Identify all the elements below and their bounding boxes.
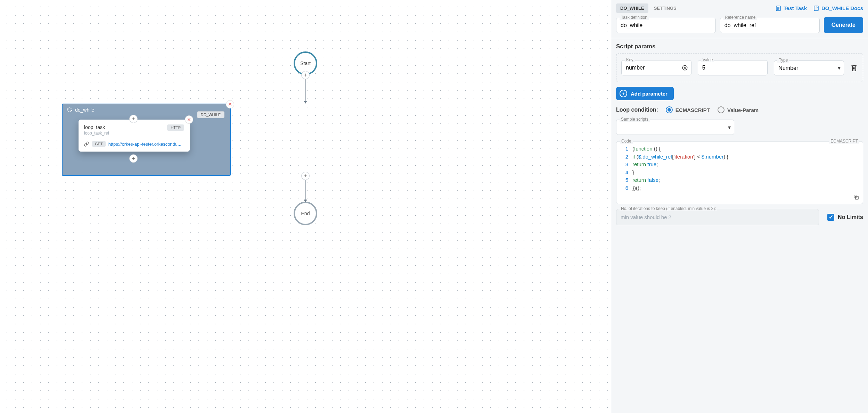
radio-ecmascript[interactable]: ECMASCRIPT <box>666 106 710 113</box>
tab-do-while[interactable]: DO_WHILE <box>616 3 648 13</box>
line-number: 4 <box>621 169 628 177</box>
line-number: 5 <box>621 176 628 184</box>
line-number: 2 <box>621 153 628 161</box>
task-def-label: Task definition <box>620 15 649 20</box>
code-text: return true; <box>632 161 658 169</box>
add-task-button[interactable]: + <box>301 172 310 180</box>
param-key-label: Key <box>625 57 635 62</box>
radio-icon <box>666 106 673 113</box>
code-line: 6})(); <box>621 184 859 192</box>
code-line: 1(function () { <box>621 145 859 153</box>
line-number: 6 <box>621 184 628 192</box>
line-number: 1 <box>621 145 628 153</box>
end-node[interactable]: End <box>294 202 317 225</box>
code-line: 4 } <box>621 169 859 177</box>
code-line: 2 if ($.do_while_ref['iteration'] < $.nu… <box>621 153 859 161</box>
param-key-input[interactable] <box>621 60 691 75</box>
copy-icon[interactable] <box>853 194 859 200</box>
test-task-label: Test Task <box>784 5 807 11</box>
task-config-panel: DO_WHILE SETTINGS Test Task DO_WHILE Doc… <box>611 0 868 413</box>
close-icon[interactable]: ✕ <box>185 115 193 124</box>
iterations-input[interactable] <box>616 209 819 225</box>
do-while-title: do_while <box>75 107 94 113</box>
task-url: https://orkes-api-tester.orkescondu... <box>108 141 184 147</box>
task-name: loop_task <box>84 124 109 130</box>
radio-label: Value-Param <box>727 107 759 113</box>
code-line: 5 return false; <box>621 176 859 184</box>
docs-link[interactable]: DO_WHILE Docs <box>813 5 863 11</box>
script-param-row: Key Value Type Number ▾ <box>616 54 863 82</box>
task-ref: loop_task_ref <box>84 131 109 136</box>
iterations-label: No. of iterations to keep (if enabled, m… <box>620 206 717 211</box>
code-label: Code <box>620 139 633 144</box>
radio-icon <box>718 106 724 113</box>
help-doc-icon <box>813 5 819 11</box>
end-label: End <box>301 211 310 216</box>
link-icon <box>84 141 89 147</box>
workflow-canvas[interactable]: Start + ✕ do_while DO_WHILE + ✕ loop_tas… <box>0 0 611 413</box>
task-definition-input[interactable] <box>616 18 716 33</box>
http-method-badge: GET <box>92 141 106 147</box>
task-type-badge: HTTP <box>167 124 184 131</box>
param-value-input[interactable] <box>698 60 768 75</box>
script-params-title: Script params <box>616 43 863 50</box>
sample-scripts-select[interactable] <box>616 120 734 135</box>
checklist-icon <box>775 5 781 11</box>
code-editor[interactable]: Code ECMASCRIPT 1(function () {2 if ($.d… <box>616 141 863 204</box>
trash-icon[interactable] <box>850 64 858 72</box>
arrow-down-icon <box>304 101 307 104</box>
add-inner-task-button[interactable]: + <box>129 115 138 123</box>
no-limits-label: No Limits <box>838 214 863 220</box>
reference-name-input[interactable] <box>720 18 820 33</box>
add-param-label: Add parameter <box>631 91 668 97</box>
sample-scripts-label: Sample scripts <box>620 117 650 122</box>
code-lang-label: ECMASCRIPT <box>829 139 859 144</box>
add-task-button[interactable]: + <box>301 71 310 79</box>
radio-label: ECMASCRIPT <box>675 107 710 113</box>
test-task-link[interactable]: Test Task <box>775 5 807 11</box>
param-type-label: Type <box>777 58 789 63</box>
ref-name-label: Reference name <box>723 15 757 20</box>
code-text: (function () { <box>632 145 661 153</box>
generate-button[interactable]: Generate <box>824 17 863 33</box>
refresh-icon <box>67 107 72 113</box>
param-type-select[interactable]: Number <box>774 60 844 75</box>
add-inner-task-button[interactable]: + <box>129 154 138 163</box>
docs-label: DO_WHILE Docs <box>821 5 863 11</box>
add-parameter-button[interactable]: + Add parameter <box>616 87 674 100</box>
loop-condition-label: Loop condition: <box>616 107 658 113</box>
checkbox-icon: ✓ <box>827 214 834 221</box>
code-line: 3 return true; <box>621 161 859 169</box>
code-text: return false; <box>632 176 660 184</box>
line-number: 3 <box>621 161 628 169</box>
inner-task-card[interactable]: ✕ loop_task loop_task_ref HTTP GET https… <box>79 120 190 152</box>
code-text: if ($.do_while_ref['iteration'] < $.numb… <box>632 153 728 161</box>
clear-icon[interactable] <box>682 65 688 71</box>
no-limits-checkbox[interactable]: ✓ No Limits <box>827 214 863 221</box>
plus-circle-icon: + <box>620 90 627 97</box>
param-value-label: Value <box>701 57 714 62</box>
tab-settings[interactable]: SETTINGS <box>650 3 681 13</box>
do-while-badge: DO_WHILE <box>197 111 224 118</box>
panel-tabs: DO_WHILE SETTINGS <box>616 3 681 13</box>
code-text: })(); <box>632 184 641 192</box>
code-text: } <box>632 169 634 177</box>
radio-value-param[interactable]: Value-Param <box>718 106 759 113</box>
start-label: Start <box>300 60 311 66</box>
do-while-task-node[interactable]: ✕ do_while DO_WHILE + ✕ loop_task loop_t… <box>62 104 231 176</box>
close-icon[interactable]: ✕ <box>226 100 234 108</box>
